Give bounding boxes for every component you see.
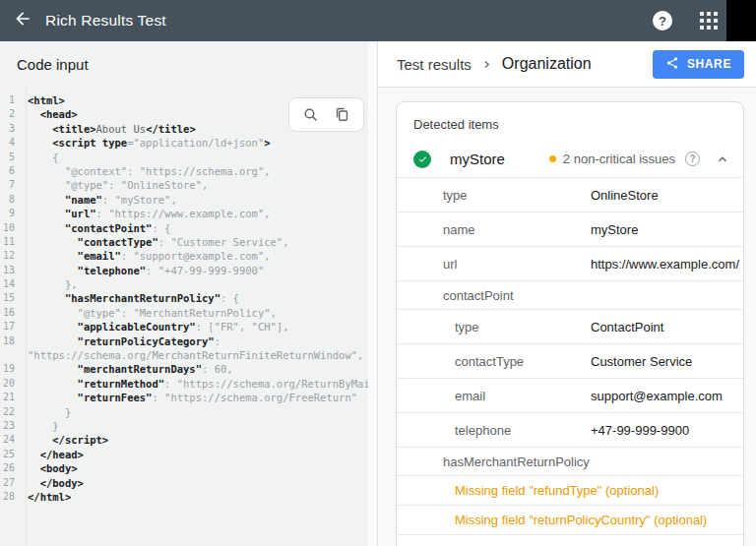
code-line: 12 "email": "support@example.com",: [0, 249, 368, 263]
code-lines: 1<html>2 <head>3 <title>About Us</title>…: [0, 88, 368, 504]
property-row: typeMerchantReturnPolicy: [397, 535, 743, 546]
property-value: Customer Service: [591, 354, 692, 369]
code-input-title: Code input: [0, 41, 368, 88]
code-line: 22 }: [0, 405, 368, 419]
warning-dot-icon: [549, 155, 556, 162]
copy-icon[interactable]: [334, 106, 350, 123]
code-line: 13 "telephone": "+47-99-999-9900": [0, 264, 368, 277]
code-line: "https://schema.org/MerchantReturnFinite…: [0, 348, 368, 362]
code-line: 11 "contactType": "Customer Service",: [0, 235, 368, 249]
code-line: 8 "name": "myStore",: [0, 193, 368, 207]
back-arrow-icon: [13, 9, 32, 32]
code-line: 6 "@context": "https://schema.org",: [0, 164, 368, 178]
property-label: name: [443, 222, 475, 237]
search-icon[interactable]: [302, 106, 319, 123]
code-line: 10 "contactPoint": {: [0, 221, 368, 235]
warning-row[interactable]: Missing field "refundType" (optional): [397, 476, 743, 506]
panel-divider: [368, 41, 378, 546]
app-title: Rich Results Test: [45, 12, 166, 30]
code-line: 16 "@type": "MerchantReturnPolicy",: [0, 306, 368, 320]
property-row: typeOnlineStore: [397, 178, 743, 212]
breadcrumb-organization: Organization: [502, 55, 592, 73]
property-row: contactTypeCustomer Service: [397, 344, 743, 379]
property-table: typeOnlineStorenamemyStoreurlhttps://www…: [397, 178, 743, 546]
code-line: 25 </head>: [0, 448, 368, 461]
code-line: 21 "returnFees": "https://schema.org/Fre…: [0, 391, 368, 404]
results-header: Test results Organization SHARE: [378, 41, 756, 88]
breadcrumb-test-results[interactable]: Test results: [397, 56, 472, 73]
property-row: typeContactPoint: [397, 310, 743, 344]
property-label: Missing field "refundType" (optional): [455, 483, 659, 498]
chevron-up-icon[interactable]: [716, 152, 729, 166]
code-line: 28</html>: [0, 490, 368, 504]
property-label: email: [455, 389, 485, 403]
property-value: support@example.com: [591, 389, 723, 403]
avatar[interactable]: [726, 0, 756, 41]
code-line: 24 </script>: [0, 433, 368, 447]
share-button[interactable]: SHARE: [653, 50, 744, 79]
property-row: telephone+47-99-999-9900: [397, 413, 743, 448]
property-row: namemyStore: [397, 212, 743, 247]
code-line: 4 <script type="application/ld+json">: [0, 136, 368, 150]
share-label: SHARE: [687, 57, 731, 71]
code-line: 19 "merchantReturnDays": 60,: [0, 362, 368, 376]
warning-row[interactable]: Missing field "returnPolicyCountry" (opt…: [397, 506, 743, 535]
code-line: 9 "url": "https://www.example.com",: [0, 207, 368, 220]
property-label: Missing field "returnPolicyCountry" (opt…: [455, 513, 707, 527]
help-outline-icon[interactable]: ?: [685, 152, 700, 166]
code-line: 17 "applicableCountry": ["FR", "CH"],: [0, 320, 368, 334]
property-row: urlhttps://www.example.com/: [397, 247, 743, 281]
code-line: 7 "@type": "OnlineStore",: [0, 178, 368, 192]
chevron-right-icon: [482, 60, 491, 69]
property-label: type: [455, 320, 479, 334]
code-input-panel: Code input 1<html>2 <head>3 <title>About…: [0, 41, 368, 546]
code-line: 15 "hasMerchantReturnPolicy": {: [0, 291, 368, 305]
code-line: 14 },: [0, 277, 368, 291]
share-icon: [665, 56, 679, 73]
success-check-icon: [413, 151, 431, 168]
results-body: Detected items myStore 2 non-critical is…: [378, 88, 756, 546]
code-line: 27 </body>: [0, 476, 368, 490]
code-line: 18 "returnPolicyCategory":: [0, 334, 368, 348]
property-value: OnlineStore: [591, 188, 659, 203]
property-group-row: hasMerchantReturnPolicy: [397, 448, 743, 476]
code-line: 23 }: [0, 419, 368, 433]
back-button[interactable]: [0, 0, 45, 41]
property-label: contactType: [455, 354, 524, 369]
property-value: https://www.example.com/: [591, 257, 739, 272]
issues-count: 2 non-critical issues: [563, 152, 675, 166]
property-label: telephone: [455, 423, 511, 438]
property-value: +47-99-999-9900: [591, 423, 689, 438]
property-row: emailsupport@example.com: [397, 379, 743, 413]
detected-items-label: Detected items: [397, 102, 743, 141]
code-line: 5 {: [0, 151, 368, 164]
property-label: type: [443, 188, 468, 203]
property-label: url: [443, 257, 457, 272]
results-panel: Test results Organization SHARE Detected…: [378, 41, 756, 546]
item-name: myStore: [450, 151, 505, 167]
property-label: hasMerchantReturnPolicy: [443, 455, 590, 469]
apps-grid-icon[interactable]: [700, 12, 718, 30]
property-group-row: contactPoint: [397, 281, 743, 310]
property-label: contactPoint: [443, 288, 514, 303]
code-editor[interactable]: 1<html>2 <head>3 <title>About Us</title>…: [0, 88, 368, 546]
detected-items-card: Detected items myStore 2 non-critical is…: [396, 101, 744, 546]
code-line: 26 <body>: [0, 461, 368, 475]
help-icon[interactable]: ?: [653, 11, 672, 30]
editor-toolbar: [288, 97, 364, 132]
code-line: 20 "returnMethod": "https://schema.org/R…: [0, 377, 368, 391]
app-bar: Rich Results Test ?: [0, 0, 756, 41]
property-value: ContactPoint: [591, 320, 663, 334]
property-value: myStore: [591, 222, 638, 237]
item-header-mystore[interactable]: myStore 2 non-critical issues ?: [397, 141, 743, 178]
